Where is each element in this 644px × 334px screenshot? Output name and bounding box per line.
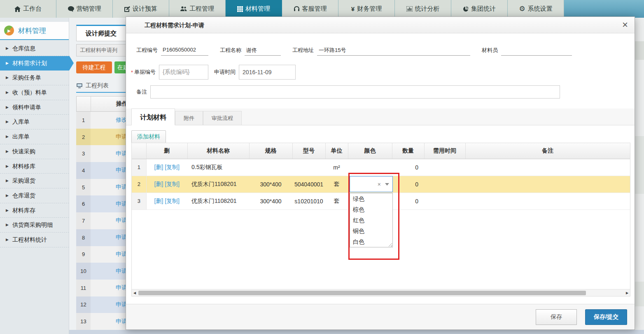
scroll-left-icon[interactable]: ◀	[132, 291, 138, 295]
save-button[interactable]: 保存	[536, 309, 577, 325]
nav-tab-4[interactable]: 工程管理	[169, 0, 226, 18]
dialog-tab-2[interactable]: 附件	[175, 111, 203, 125]
color-option-1[interactable]: 绿色	[350, 193, 392, 204]
save-submit-button[interactable]: 保存/提交	[585, 309, 627, 325]
quantity[interactable]: 0	[392, 159, 424, 176]
project-name-field[interactable]: 谢佟	[245, 47, 281, 56]
background-page-tab[interactable]: 设计师提交	[76, 25, 127, 41]
color-select[interactable]: ×	[350, 176, 393, 192]
remark[interactable]	[465, 176, 630, 193]
delete-link[interactable]: [删]	[154, 181, 163, 187]
pending-projects-button[interactable]: 待建工程	[76, 61, 112, 73]
remark-row: 备注	[136, 85, 635, 99]
caret-right-icon: ▶	[6, 159, 9, 174]
row-number: 10	[76, 263, 91, 280]
remark[interactable]	[465, 159, 630, 176]
home-icon	[14, 6, 21, 12]
caret-right-icon: ▶	[6, 188, 9, 203]
nav-tab-7[interactable]: ¥财务管理	[338, 0, 395, 18]
sidebar-item-4[interactable]: ▶收（预）料单	[0, 85, 69, 100]
sidebar-item-7[interactable]: ▶出库单	[0, 129, 69, 144]
sidebar-item-8[interactable]: ▶快速采购	[0, 144, 69, 159]
sidebar-item-9[interactable]: ▶材料移库	[0, 159, 69, 174]
horizontal-scrollbar[interactable]: ◀ ▶	[132, 289, 630, 296]
delete-link[interactable]: [删]	[154, 164, 163, 170]
nav-tab-5[interactable]: 材料管理	[226, 0, 282, 18]
dialog-tab-3[interactable]: 审批流程	[203, 111, 242, 125]
color-cell[interactable]	[348, 159, 392, 176]
apply-time-label: 申请时间	[214, 68, 236, 76]
sidebar-header: ▶ 材料管理	[0, 22, 69, 40]
remark-input[interactable]	[150, 85, 560, 99]
remark[interactable]	[465, 193, 630, 209]
caret-right-icon: ▶	[6, 100, 9, 115]
inprogress-projects-button[interactable]: 在建	[114, 61, 127, 73]
materials-table-header: 删材料名称规格型号单位颜色数量需用时间备注	[132, 143, 630, 159]
add-material-button[interactable]: 添加材料	[131, 130, 166, 143]
caret-right-icon: ▶	[6, 85, 9, 100]
nav-tab-10[interactable]: ⚙系统设置	[508, 0, 564, 18]
background-filter-bar[interactable]: 工程材料申请列	[76, 44, 127, 56]
caret-right-icon: ▶	[6, 218, 9, 233]
row-number: 7	[76, 212, 91, 229]
nav-tab-8[interactable]: 统计分析	[395, 0, 451, 18]
delete-link[interactable]: [删]	[154, 198, 163, 204]
sidebar-item-3[interactable]: ▶采购任务单	[0, 71, 69, 85]
sidebar-item-2[interactable]: ▶材料需求计划	[0, 56, 69, 71]
close-icon[interactable]: ×	[622, 19, 628, 30]
nav-tab-3[interactable]: 设计预算	[113, 0, 169, 18]
project-addr-field[interactable]: 一环路15号	[317, 47, 470, 56]
sidebar-item-12[interactable]: ▶材料库存	[0, 203, 69, 218]
sidebar-item-13[interactable]: ▶供货商采购明细	[0, 218, 69, 233]
sidebar-item-11[interactable]: ▶仓库退货	[0, 188, 69, 203]
sidebar-item-6[interactable]: ▶入库单	[0, 115, 69, 129]
quantity[interactable]: 0	[392, 193, 424, 209]
row-number: 11	[76, 280, 91, 296]
dialog-tab-1[interactable]: 计划材料	[131, 108, 175, 125]
copy-link[interactable]: [复制]	[165, 198, 180, 204]
caret-right-icon: ▶	[6, 144, 9, 159]
nav-tab-6[interactable]: 客服管理	[282, 0, 338, 18]
nav-tab-1[interactable]: 工作台	[0, 0, 56, 18]
sidebar-item-14[interactable]: ▶工程材料统计	[0, 233, 69, 247]
project-no-field[interactable]: P1605050002	[161, 47, 208, 56]
color-option-2[interactable]: 棕色	[350, 204, 392, 215]
quantity[interactable]: 0	[392, 176, 424, 193]
color-option-3[interactable]: 红色	[350, 215, 392, 226]
clear-selection-icon[interactable]: ×	[378, 181, 381, 188]
doc-no-label: 单据编号	[134, 68, 156, 76]
module-logo-icon: ▶	[4, 26, 14, 35]
need-time[interactable]	[424, 193, 465, 209]
copy-link[interactable]: [复制]	[165, 181, 180, 187]
scrollbar-thumb[interactable]	[138, 291, 586, 295]
chevron-down-icon[interactable]	[385, 183, 389, 186]
column-header: 删	[146, 143, 187, 159]
column-header	[132, 143, 146, 159]
top-nav: 工作台营销管理设计预算工程管理材料管理客服管理¥财务管理统计分析集团统计⚙系统设…	[0, 0, 644, 18]
color-option-4[interactable]: 铜色	[350, 226, 392, 236]
required-mark: *	[131, 69, 133, 75]
column-header: 需用时间	[424, 143, 465, 159]
project-name-label: 工程名称	[220, 47, 241, 54]
spec	[249, 159, 292, 176]
need-time[interactable]	[424, 159, 465, 176]
clerk-field[interactable]	[501, 47, 572, 56]
sidebar-item-10[interactable]: ▶采购退货	[0, 174, 69, 188]
scroll-right-icon[interactable]: ▶	[624, 291, 630, 295]
row-number: 1	[132, 159, 146, 176]
headset-icon	[294, 6, 300, 12]
nav-tab-2[interactable]: 营销管理	[56, 0, 113, 18]
nav-tab-9[interactable]: 集团统计	[451, 0, 508, 18]
sidebar-item-5[interactable]: ▶领料申请单	[0, 100, 69, 115]
caret-right-icon: ▶	[6, 233, 9, 247]
apply-time-input[interactable]	[239, 65, 296, 80]
doc-info-row: * 单据编号 申请时间	[131, 65, 635, 80]
divider	[76, 92, 134, 93]
need-time[interactable]	[424, 176, 465, 193]
unit: 套	[325, 176, 348, 193]
doc-no-input[interactable]	[159, 65, 208, 80]
row-number: 9	[76, 246, 91, 263]
color-option-5[interactable]: 白色	[350, 236, 392, 247]
sidebar-item-1[interactable]: ▶仓库信息	[0, 41, 69, 56]
copy-link[interactable]: [复制]	[165, 164, 180, 170]
